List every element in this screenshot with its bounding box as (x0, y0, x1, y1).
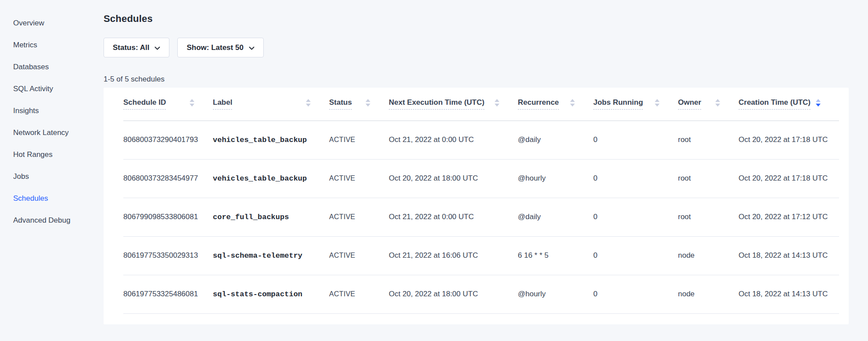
column-header-recurrence[interactable]: Recurrence (518, 88, 593, 121)
cell-recurrence: @hourly (518, 275, 593, 313)
main-content: Schedules Status: All Show: Latest 50 1-… (104, 0, 868, 341)
sidebar-item-sql-activity[interactable]: SQL Activity (0, 78, 104, 100)
cell-creation-time: Oct 18, 2022 at 14:13 UTC (739, 275, 839, 313)
column-label: Label (213, 98, 232, 110)
cell-schedule-id: 806800373283454977 (123, 159, 213, 198)
cell-next-execution-time: Oct 21, 2022 at 0:00 UTC (389, 121, 518, 159)
sidebar-item-schedules[interactable]: Schedules (0, 188, 104, 210)
column-header-owner[interactable]: Owner (678, 88, 739, 121)
cell-schedule-id: 806799098533806081 (123, 198, 213, 236)
cell-owner: node (678, 236, 739, 275)
cell-jobs-running: 0 (593, 121, 678, 159)
schedules-table: Schedule IDLabelStatusNext Execution Tim… (123, 88, 839, 314)
cell-recurrence: 6 16 * * 5 (518, 236, 593, 275)
table-header-row: Schedule IDLabelStatusNext Execution Tim… (123, 88, 839, 121)
cell-next-execution-time: Oct 20, 2022 at 18:00 UTC (389, 159, 518, 198)
sort-icon[interactable] (570, 99, 575, 109)
cell-label: vehicles_table_backup (213, 159, 329, 198)
table-row: 806800373283454977vehicles_table_backupA… (123, 159, 839, 198)
sidebar-item-insights[interactable]: Insights (0, 100, 104, 122)
cell-creation-time: Oct 20, 2022 at 17:18 UTC (739, 121, 839, 159)
cell-creation-time: Oct 20, 2022 at 17:12 UTC (739, 198, 839, 236)
cell-label: vehicles_table_backup (213, 121, 329, 159)
status-filter-dropdown[interactable]: Status: All (104, 38, 169, 57)
column-label: Creation Time (UTC) (739, 98, 811, 110)
column-header-next-execution-time-utc[interactable]: Next Execution Time (UTC) (389, 88, 518, 121)
cell-status: ACTIVE (329, 159, 389, 198)
column-label: Schedule ID (123, 98, 166, 110)
column-label: Owner (678, 98, 701, 110)
cell-owner: root (678, 198, 739, 236)
table-row: 806197753350029313sql-schema-telemetryAC… (123, 236, 839, 275)
column-header-label[interactable]: Label (213, 88, 329, 121)
chevron-down-icon (249, 44, 255, 53)
sort-icon[interactable] (655, 99, 660, 109)
chevron-down-icon (154, 44, 160, 53)
page-title: Schedules (104, 13, 849, 25)
cell-recurrence: @daily (518, 121, 593, 159)
cell-schedule-id: 806800373290401793 (123, 121, 213, 159)
cell-status: ACTIVE (329, 121, 389, 159)
sidebar-item-overview[interactable]: Overview (0, 12, 104, 34)
cell-creation-time: Oct 18, 2022 at 14:13 UTC (739, 236, 839, 275)
sidebar-item-network-latency[interactable]: Network Latency (0, 122, 104, 144)
schedules-table-card: Schedule IDLabelStatusNext Execution Tim… (104, 88, 849, 324)
column-label: Recurrence (518, 98, 559, 110)
cell-jobs-running: 0 (593, 275, 678, 313)
cell-owner: root (678, 159, 739, 198)
sort-icon[interactable] (190, 99, 194, 109)
status-filter-label: Status: All (113, 43, 149, 52)
cell-next-execution-time: Oct 21, 2022 at 16:06 UTC (389, 236, 518, 275)
sort-icon[interactable] (715, 99, 720, 109)
sidebar-item-databases[interactable]: Databases (0, 56, 104, 78)
cell-next-execution-time: Oct 21, 2022 at 0:00 UTC (389, 198, 518, 236)
cell-owner: root (678, 121, 739, 159)
sidebar-item-jobs[interactable]: Jobs (0, 166, 104, 188)
cell-label: sql-stats-compaction (213, 275, 329, 313)
cell-label: sql-schema-telemetry (213, 236, 329, 275)
cell-creation-time: Oct 20, 2022 at 17:18 UTC (739, 159, 839, 198)
cell-schedule-id: 806197753350029313 (123, 236, 213, 275)
cell-jobs-running: 0 (593, 198, 678, 236)
sort-icon[interactable] (306, 99, 311, 109)
column-header-schedule-id[interactable]: Schedule ID (123, 88, 213, 121)
sidebar-nav: OverviewMetricsDatabasesSQL ActivityInsi… (0, 0, 104, 341)
column-label: Jobs Running (593, 98, 643, 110)
cell-status: ACTIVE (329, 275, 389, 313)
column-header-jobs-running[interactable]: Jobs Running (593, 88, 678, 121)
cell-recurrence: @hourly (518, 159, 593, 198)
show-filter-label: Show: Latest 50 (187, 43, 243, 52)
sidebar-item-metrics[interactable]: Metrics (0, 34, 104, 56)
sidebar-item-hot-ranges[interactable]: Hot Ranges (0, 144, 104, 166)
sort-icon[interactable] (366, 99, 370, 109)
table-row: 806197753325486081sql-stats-compactionAC… (123, 275, 839, 313)
cell-jobs-running: 0 (593, 159, 678, 198)
cell-schedule-id: 806197753325486081 (123, 275, 213, 313)
table-body: 806800373290401793vehicles_table_backupA… (123, 121, 839, 313)
cell-owner: node (678, 275, 739, 313)
cell-recurrence: @daily (518, 198, 593, 236)
cell-status: ACTIVE (329, 198, 389, 236)
cell-label: core_full_backups (213, 198, 329, 236)
cell-jobs-running: 0 (593, 236, 678, 275)
sort-icon[interactable] (816, 99, 821, 109)
filter-row: Status: All Show: Latest 50 (104, 38, 849, 57)
results-summary: 1-5 of 5 schedules (104, 75, 849, 84)
table-row: 806800373290401793vehicles_table_backupA… (123, 121, 839, 159)
cell-next-execution-time: Oct 20, 2022 at 18:00 UTC (389, 275, 518, 313)
sidebar-item-advanced-debug[interactable]: Advanced Debug (0, 210, 104, 231)
cell-status: ACTIVE (329, 236, 389, 275)
show-filter-dropdown[interactable]: Show: Latest 50 (177, 38, 263, 57)
column-label: Next Execution Time (UTC) (389, 98, 484, 110)
column-header-creation-time-utc[interactable]: Creation Time (UTC) (739, 88, 839, 121)
column-label: Status (329, 98, 352, 110)
sort-icon[interactable] (495, 99, 499, 109)
table-row: 806799098533806081core_full_backupsACTIV… (123, 198, 839, 236)
column-header-status[interactable]: Status (329, 88, 389, 121)
